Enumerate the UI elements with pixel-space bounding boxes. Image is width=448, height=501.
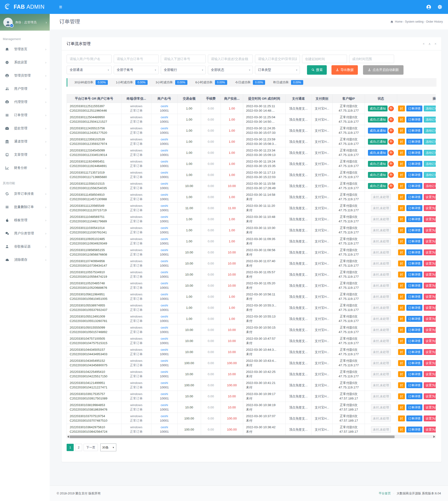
merchant-name-link[interactable]: ceshi [153,148,176,153]
set-paid-button[interactable]: 设置为已支付 [424,316,436,322]
merchant-name-link[interactable]: ceshi [153,159,176,164]
filter-select-1[interactable]: 全部通道▾ [67,66,112,74]
seal-button[interactable]: 封 [398,327,405,333]
seal-button[interactable]: 封 [398,393,405,399]
breadcrumb-item[interactable]: System setting [405,20,424,23]
seal-button[interactable]: 封 [398,250,405,255]
order-detail-button[interactable]: 订单详情 [406,338,422,344]
filter-select-2[interactable]: 全部子账号▾ [114,66,159,74]
order-detail-button[interactable]: 订单详情 [406,316,422,322]
order-detail-button[interactable]: 订单详情 [406,404,422,410]
set-paid-button[interactable]: 设置为已支付 [424,194,436,200]
merchant-name-link[interactable]: ceshi [153,270,176,274]
page-button-1[interactable]: 1 [67,444,74,451]
order-detail-button[interactable]: 订单详情 [406,117,422,122]
fullscreen-icon[interactable]: × [423,42,424,46]
filter-select-4[interactable]: 全部状态▾ [208,66,253,74]
sidebar-item-book[interactable]: 文章管理› [0,148,50,161]
order-detail-button[interactable]: 订单详情 [406,305,422,311]
merchant-name-link[interactable]: ceshi [153,358,176,363]
seal-button[interactable]: 封 [398,238,405,244]
seal-button[interactable]: 封 [398,150,405,156]
sidebar-item-user-circle[interactable]: 代理管理› [0,95,50,109]
sidebar-item-chart[interactable]: 财务分析› [0,161,50,175]
sidebar-item-home[interactable]: 管理首页› [0,43,50,56]
merchant-name-link[interactable]: ceshi [153,348,176,352]
collapse-icon[interactable]: ∧ [429,42,431,46]
order-detail-button[interactable]: 订单详情 [406,294,422,300]
seal-button[interactable]: 封 [398,349,405,355]
profile-panel[interactable]: 身份：总管理员 › [0,14,50,31]
order-detail-button[interactable]: 订单详情 [406,216,422,222]
merchant-name-link[interactable]: ceshi [153,215,176,219]
merchant-name-link[interactable]: ceshi [153,203,176,208]
supplement-badge[interactable]: 补 [388,161,394,167]
seal-button[interactable]: 封 [398,360,405,366]
scroll-right-arrow-icon[interactable] [433,435,435,438]
close-icon[interactable]: × [434,42,436,46]
order-detail-button[interactable]: 订单详情 [406,105,422,111]
set-paid-button[interactable]: 设置为已支付 [424,427,436,433]
page-size-select[interactable]: 30条▼ [100,444,116,451]
merchant-name-link[interactable]: ceshi [153,192,176,197]
order-detail-button[interactable]: 订单详情 [406,416,422,421]
set-paid-button[interactable]: 设置为已支付 [424,283,436,288]
set-paid-button[interactable]: 设置为已支付 [424,416,436,421]
order-detail-button[interactable]: 订单详情 [406,272,422,277]
seal-button[interactable]: 封 [398,227,405,233]
seal-button[interactable]: 封 [398,205,405,211]
filter-select-5[interactable]: 订单类型▾ [255,66,300,74]
filter-input-2[interactable] [114,55,159,63]
freeze-order-button[interactable]: 冻结订单 [424,105,436,111]
settings-gear-icon[interactable] [437,4,442,9]
merchant-name-link[interactable]: ceshi [153,314,176,319]
sidebar-item-gears[interactable]: 系统设置› [0,56,50,69]
supplement-badge[interactable]: 补 [388,128,394,133]
merchant-name-link[interactable]: ceshi [153,403,176,407]
order-detail-button[interactable]: 订单详情 [406,227,422,233]
filter-input-6[interactable] [302,55,347,63]
set-paid-button[interactable]: 设置为已支付 [424,294,436,300]
order-detail-button[interactable]: 订单详情 [406,139,422,145]
filter-input-4[interactable] [208,55,253,63]
scrollbar-thumb[interactable] [70,435,395,438]
seal-button[interactable]: 封 [398,105,405,111]
order-detail-button[interactable]: 订单详情 [406,371,422,377]
merchant-name-link[interactable]: ceshi [153,104,176,108]
filter-select-3[interactable]: 全部银行▾ [161,66,206,74]
seal-button[interactable]: 封 [398,371,405,377]
supplement-badge[interactable]: 补 [388,150,394,155]
set-paid-button[interactable]: 设置为已支付 [424,382,436,388]
order-detail-button[interactable]: 订单详情 [406,150,422,156]
merchant-name-link[interactable]: ceshi [153,170,176,175]
order-detail-button[interactable]: 订单详情 [406,183,422,189]
sidebar-item-users[interactable]: 用户管理› [0,82,50,95]
freeze-order-button[interactable]: 冻结订单 [424,150,436,156]
order-detail-button[interactable]: 订单详情 [406,250,422,255]
set-paid-button[interactable]: 设置为已支付 [424,393,436,399]
order-detail-button[interactable]: 订单详情 [406,427,422,433]
set-paid-button[interactable]: 设置为已支付 [424,227,436,233]
merchant-name-link[interactable]: ceshi [153,226,176,230]
set-paid-button[interactable]: 设置为已支付 [424,272,436,277]
freeze-order-button[interactable]: 冻结订单 [424,139,436,145]
set-paid-button[interactable]: 设置为已支付 [424,349,436,355]
supplement-badge[interactable]: 补 [388,106,394,111]
scroll-left-arrow-icon[interactable] [67,435,69,438]
order-detail-button[interactable]: 订单详情 [406,161,422,167]
order-detail-button[interactable]: 订单详情 [406,205,422,211]
seal-button[interactable]: 封 [398,272,405,277]
freeze-order-button[interactable]: 冻结订单 [424,172,436,178]
seal-button[interactable]: 封 [398,172,405,178]
merchant-name-link[interactable]: ceshi [153,425,176,429]
set-paid-button[interactable]: 设置为已支付 [424,360,436,366]
set-paid-button[interactable]: 设置为已支付 [424,250,436,255]
set-paid-button[interactable]: 设置为已支付 [424,238,436,244]
seal-button[interactable]: 封 [398,128,405,134]
supplement-badge[interactable]: 补 [388,184,394,189]
freeze-order-button[interactable]: 冻结订单 [424,183,436,189]
seal-button[interactable]: 封 [398,382,405,388]
merchant-name-link[interactable]: ceshi [153,303,176,308]
seal-button[interactable]: 封 [398,216,405,222]
filter-input-5[interactable] [255,55,300,63]
